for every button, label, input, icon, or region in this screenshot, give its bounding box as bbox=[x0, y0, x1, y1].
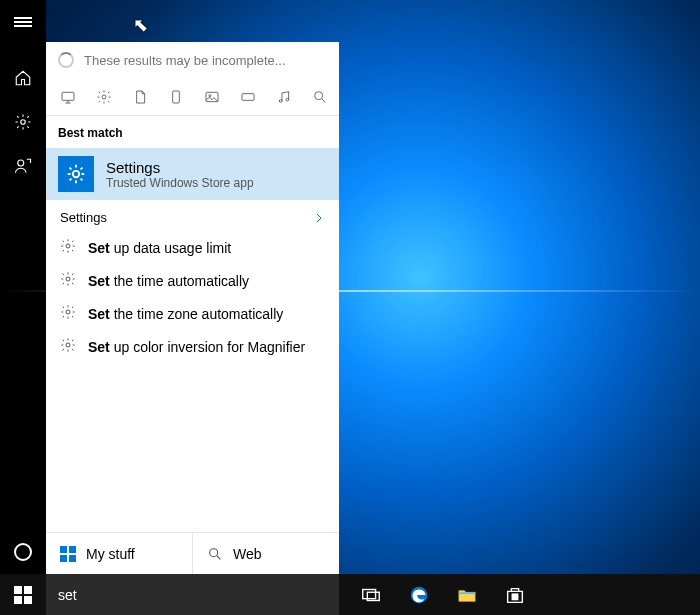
folder-icon bbox=[456, 584, 478, 606]
svg-point-13 bbox=[66, 277, 70, 281]
svg-point-15 bbox=[66, 343, 70, 347]
image-icon bbox=[204, 89, 220, 105]
filter-documents-button[interactable] bbox=[132, 88, 148, 106]
desktop-background: ⬉ These results may be incomplete... bbox=[0, 0, 700, 615]
mouse-cursor: ⬉ bbox=[133, 14, 148, 36]
music-icon bbox=[276, 89, 292, 105]
scope-mystuff-button[interactable]: My stuff bbox=[46, 533, 193, 574]
task-view-icon bbox=[360, 584, 382, 606]
scope-web-button[interactable]: Web bbox=[193, 533, 339, 574]
result-text: Set the time zone automatically bbox=[88, 306, 283, 322]
filter-photos-button[interactable] bbox=[204, 88, 220, 106]
store-icon bbox=[504, 584, 526, 606]
svg-rect-4 bbox=[173, 91, 180, 103]
monitor-icon bbox=[60, 89, 76, 105]
best-match-item[interactable]: Settings Trusted Windows Store app bbox=[46, 148, 339, 200]
svg-point-16 bbox=[210, 548, 218, 556]
filter-apps-button[interactable] bbox=[60, 88, 76, 106]
loading-text: These results may be incomplete... bbox=[84, 53, 286, 68]
taskbar-store-button[interactable] bbox=[491, 574, 539, 615]
phone-icon bbox=[168, 89, 184, 105]
rail-home-button[interactable] bbox=[0, 56, 46, 100]
taskbar-pinned-apps bbox=[339, 574, 539, 615]
gear-icon bbox=[14, 113, 32, 131]
svg-rect-22 bbox=[515, 594, 517, 596]
search-icon bbox=[207, 546, 223, 562]
filter-folders-button[interactable] bbox=[168, 88, 184, 106]
gear-icon bbox=[65, 163, 87, 185]
scope-web-label: Web bbox=[233, 546, 262, 562]
gear-icon bbox=[60, 238, 76, 257]
best-match-subtitle: Trusted Windows Store app bbox=[106, 176, 254, 190]
result-text: Set the time automatically bbox=[88, 273, 249, 289]
best-match-text: Settings Trusted Windows Store app bbox=[106, 159, 254, 190]
video-icon bbox=[240, 89, 256, 105]
filter-music-button[interactable] bbox=[276, 88, 292, 106]
rail-settings-button[interactable] bbox=[0, 100, 46, 144]
result-text: Set up color inversion for Magnifier bbox=[88, 339, 305, 355]
search-results-panel: These results may be incomplete... Best … bbox=[46, 42, 339, 574]
scope-row: My stuff Web bbox=[46, 532, 339, 574]
taskbar-edge-button[interactable] bbox=[395, 574, 443, 615]
svg-rect-21 bbox=[512, 594, 514, 596]
windows-logo-icon bbox=[14, 586, 32, 604]
settings-group-label: Settings bbox=[60, 210, 107, 225]
svg-rect-7 bbox=[242, 93, 254, 100]
cortana-button[interactable] bbox=[0, 530, 46, 574]
settings-result-item[interactable]: Set the time zone automatically bbox=[58, 297, 327, 330]
gear-icon bbox=[96, 89, 112, 105]
svg-rect-2 bbox=[62, 92, 74, 100]
filter-videos-button[interactable] bbox=[240, 88, 256, 106]
scope-mystuff-label: My stuff bbox=[86, 546, 135, 562]
search-icon bbox=[312, 89, 328, 105]
home-icon bbox=[14, 69, 32, 87]
svg-point-1 bbox=[18, 160, 24, 166]
best-match-title: Settings bbox=[106, 159, 254, 176]
svg-rect-17 bbox=[363, 589, 376, 598]
svg-point-3 bbox=[102, 95, 106, 99]
best-match-label: Best match bbox=[46, 116, 339, 148]
loading-spinner-icon bbox=[58, 52, 74, 68]
gear-icon bbox=[60, 304, 76, 323]
document-icon bbox=[132, 89, 148, 105]
search-query-text: set bbox=[58, 587, 77, 603]
filter-web-button[interactable] bbox=[312, 88, 328, 106]
taskbar-explorer-button[interactable] bbox=[443, 574, 491, 615]
chevron-right-icon bbox=[313, 212, 325, 224]
start-button[interactable] bbox=[0, 574, 46, 615]
settings-result-item[interactable]: Set up data usage limit bbox=[58, 231, 327, 264]
hamburger-icon bbox=[14, 15, 32, 29]
start-left-rail bbox=[0, 0, 46, 574]
svg-rect-23 bbox=[512, 597, 514, 599]
settings-result-item[interactable]: Set the time automatically bbox=[58, 264, 327, 297]
windows-tile-icon bbox=[60, 546, 76, 562]
person-pin-icon bbox=[14, 157, 32, 175]
task-view-button[interactable] bbox=[347, 574, 395, 615]
svg-rect-24 bbox=[515, 597, 517, 599]
settings-result-list: Set up data usage limitSet the time auto… bbox=[46, 231, 339, 363]
svg-rect-20 bbox=[459, 592, 476, 594]
loading-row: These results may be incomplete... bbox=[46, 42, 339, 78]
result-text: Set up data usage limit bbox=[88, 240, 231, 256]
svg-point-8 bbox=[279, 99, 282, 102]
svg-point-6 bbox=[209, 94, 211, 96]
edge-icon bbox=[408, 584, 430, 606]
gear-icon bbox=[60, 271, 76, 290]
filter-row bbox=[46, 78, 339, 116]
taskbar: set bbox=[0, 574, 700, 615]
rail-recent-button[interactable] bbox=[0, 144, 46, 188]
settings-result-item[interactable]: Set up color inversion for Magnifier bbox=[58, 330, 327, 363]
svg-point-11 bbox=[73, 171, 79, 177]
settings-group-header[interactable]: Settings bbox=[46, 200, 339, 231]
settings-app-tile bbox=[58, 156, 94, 192]
svg-point-12 bbox=[66, 244, 70, 248]
filter-settings-button[interactable] bbox=[96, 88, 112, 106]
svg-point-14 bbox=[66, 310, 70, 314]
taskbar-search-input[interactable]: set bbox=[46, 574, 339, 615]
svg-point-0 bbox=[21, 120, 26, 125]
cortana-icon bbox=[14, 543, 32, 561]
svg-point-9 bbox=[286, 98, 289, 101]
svg-point-10 bbox=[315, 91, 323, 99]
gear-icon bbox=[60, 337, 76, 356]
hamburger-button[interactable] bbox=[0, 0, 46, 44]
